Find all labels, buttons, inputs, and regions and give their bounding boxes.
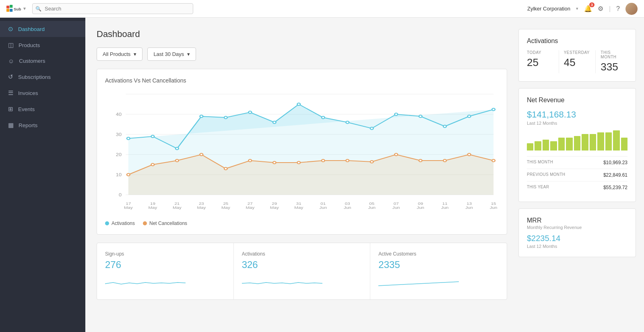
mrr-amount: $2235.14 (527, 234, 627, 243)
topnav-right: Zylker Corporation ▾ 🔔 3 ⚙ | ? (527, 3, 638, 15)
svg-point-35 (200, 153, 203, 156)
right-panel: Activations TODAY 25 YESTERDAY 45 THIS M… (515, 18, 644, 332)
search-container: 🔍 (32, 3, 193, 14)
brand-logo[interactable]: Subscriptions ▾ (6, 5, 26, 13)
svg-text:15: 15 (491, 202, 496, 206)
svg-point-37 (248, 159, 252, 162)
svg-point-41 (346, 159, 349, 162)
search-icon: 🔍 (35, 6, 41, 12)
page-title: Dashboard (97, 29, 507, 39)
svg-text:05: 05 (369, 202, 374, 206)
svg-text:May: May (197, 206, 206, 210)
today-cell: TODAY 25 (527, 50, 559, 73)
legend-activations: Activations (105, 221, 135, 226)
sidebar-item-invoices[interactable]: ☰ Invoices (0, 85, 85, 101)
revenue-thisyear-label: THIS YEAR (527, 185, 549, 190)
invoices-icon: ☰ (8, 89, 13, 97)
svg-text:30: 30 (116, 132, 122, 136)
active-customers-chart (378, 274, 459, 290)
svg-point-43 (394, 153, 398, 156)
legend-cancellations: Net Cancellations (143, 221, 187, 226)
svg-point-36 (224, 167, 227, 170)
svg-point-46 (468, 153, 471, 156)
settings-button[interactable]: ⚙ (598, 5, 603, 12)
svg-point-33 (151, 163, 155, 166)
customers-icon: ☺ (8, 58, 14, 64)
subscriptions-icon: ↺ (8, 73, 13, 80)
svg-text:May: May (124, 206, 133, 210)
active-customers-label: Active Customers (378, 251, 499, 257)
signups-chart (105, 274, 186, 290)
sidebar-item-dashboard[interactable]: ⊙ Dashboard (0, 21, 85, 37)
revenue-bar-10 (605, 132, 612, 151)
revenue-prevmonth-label: PREVIOUS MONTH (527, 172, 565, 178)
svg-text:Jun: Jun (392, 206, 400, 210)
net-revenue-amount: $141,168.13 (527, 109, 627, 120)
stat-activations: Activations 326 (234, 243, 371, 299)
sidebar-item-customers[interactable]: ☺ Customers (0, 53, 85, 69)
activations-panel: Activations TODAY 25 YESTERDAY 45 THIS M… (518, 29, 636, 82)
sidebar-item-products[interactable]: ◫ Products (0, 37, 85, 53)
today-label: TODAY (527, 50, 554, 55)
sidebar-item-reports[interactable]: ▦ Reports (0, 117, 85, 133)
brand-dropdown-icon[interactable]: ▾ (23, 6, 26, 11)
sidebar-label-reports: Reports (19, 122, 37, 128)
revenue-thismonth-value: $10,969.23 (603, 160, 627, 165)
avatar[interactable] (625, 3, 638, 15)
products-icon: ◫ (8, 41, 14, 49)
main-layout: ⊙ Dashboard ◫ Products ☺ Customers ↺ Sub… (0, 18, 644, 332)
revenue-bar-6 (574, 136, 580, 151)
search-input[interactable] (32, 3, 193, 14)
thismonth-label: THIS MONTH (601, 50, 627, 59)
signups-value: 276 (105, 259, 225, 270)
revenue-bar-9 (597, 132, 604, 151)
thismonth-value: 335 (601, 61, 627, 73)
svg-text:23: 23 (199, 202, 204, 206)
product-filter-button[interactable]: All Products ▾ (97, 47, 142, 61)
sidebar-item-subscriptions[interactable]: ↺ Subscriptions (0, 69, 85, 85)
period-filter-label: Last 30 Days (153, 51, 184, 57)
svg-point-47 (492, 159, 495, 162)
activations-value: 326 (242, 259, 362, 270)
main-content: Dashboard All Products ▾ Last 30 Days ▾ … (85, 18, 644, 332)
help-button[interactable]: ? (616, 5, 620, 12)
company-name[interactable]: Zylker Corporation (527, 6, 570, 12)
sidebar-item-events[interactable]: ⊞ Events (0, 101, 85, 117)
svg-text:Jun: Jun (417, 206, 424, 210)
dashboard-icon: ⊙ (8, 25, 13, 33)
activations-mini-chart (242, 274, 322, 290)
company-dropdown-icon[interactable]: ▾ (576, 6, 578, 11)
revenue-thisyear-value: $55,239.72 (603, 185, 627, 190)
revenue-bar-12 (621, 138, 627, 151)
sidebar-label-customers: Customers (19, 58, 45, 64)
net-revenue-title: Net Revenue (527, 97, 627, 104)
activations-label: Activations (242, 251, 362, 257)
svg-point-16 (127, 137, 130, 140)
notifications-button[interactable]: 🔔 3 (584, 5, 592, 12)
filters-bar: All Products ▾ Last 30 Days ▾ (97, 47, 507, 61)
svg-text:29: 29 (272, 202, 277, 206)
svg-rect-3 (10, 9, 12, 12)
period-filter-button[interactable]: Last 30 Days ▾ (147, 47, 196, 61)
legend-dot-cancellations (143, 221, 147, 225)
svg-text:31: 31 (296, 202, 301, 206)
period-filter-chevron-icon: ▾ (187, 51, 190, 57)
revenue-bar-7 (582, 134, 588, 151)
svg-text:Subscriptions: Subscriptions (14, 6, 21, 11)
sidebar-label-subscriptions: Subscriptions (18, 74, 51, 80)
product-filter-label: All Products (103, 51, 130, 57)
svg-rect-2 (6, 9, 9, 12)
svg-text:Jun: Jun (319, 206, 327, 210)
svg-text:27: 27 (248, 202, 253, 206)
revenue-bar-chart (527, 130, 627, 151)
mrr-title: MRR (527, 217, 582, 224)
svg-point-19 (200, 115, 203, 118)
svg-text:09: 09 (418, 202, 423, 206)
svg-point-32 (127, 173, 130, 176)
legend-label-activations: Activations (111, 221, 135, 226)
svg-point-24 (322, 116, 325, 119)
events-icon: ⊞ (8, 105, 13, 113)
svg-point-40 (322, 159, 325, 162)
svg-text:May: May (173, 206, 182, 210)
svg-text:May: May (270, 206, 279, 210)
